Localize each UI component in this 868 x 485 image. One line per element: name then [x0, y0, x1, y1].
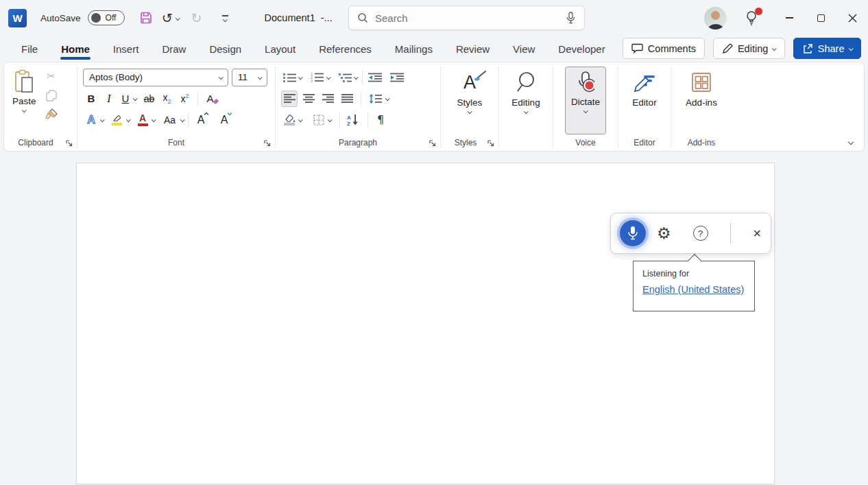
share-button[interactable]: Share — [793, 38, 861, 59]
undo-button[interactable]: ↺ — [160, 8, 181, 28]
line-spacing-button[interactable] — [367, 91, 383, 107]
whats-new-button[interactable] — [745, 10, 758, 26]
shrink-font-button[interactable]: A — [216, 112, 232, 128]
titlebar-right-cluster — [704, 0, 868, 36]
language-link[interactable]: English (United States) — [642, 284, 744, 295]
dictation-help-button[interactable]: ? — [693, 226, 708, 241]
close-button[interactable] — [836, 0, 868, 36]
underline-dropdown-icon[interactable] — [133, 96, 137, 100]
collapse-ribbon-icon[interactable] — [848, 139, 854, 145]
search-box[interactable] — [348, 5, 585, 30]
comment-icon — [631, 43, 643, 54]
tab-mailings[interactable]: Mailings — [383, 39, 444, 59]
increase-indent-button[interactable] — [389, 69, 405, 86]
undo-dropdown-icon[interactable] — [176, 16, 180, 20]
highlight-button[interactable] — [109, 112, 125, 128]
multilevel-list-button[interactable] — [337, 69, 353, 86]
comments-button[interactable]: Comments — [623, 38, 705, 59]
save-button[interactable] — [136, 8, 156, 28]
document-page[interactable] — [76, 163, 775, 484]
search-mic-icon[interactable] — [566, 12, 576, 25]
dictate-button[interactable]: Dictate — [565, 67, 606, 134]
paste-button[interactable]: Paste — [7, 67, 42, 134]
align-center-button[interactable] — [300, 91, 317, 107]
editor-button[interactable]: Editor — [627, 67, 662, 134]
clipboard-dialog-launcher[interactable] — [65, 139, 73, 147]
customize-quick-access-button[interactable] — [215, 8, 236, 28]
tab-review[interactable]: Review — [444, 39, 501, 59]
font-size-combo[interactable]: 11 — [232, 69, 267, 86]
clear-formatting-button[interactable]: A — [202, 91, 219, 107]
show-hide-marks-button[interactable]: ¶ — [372, 112, 389, 128]
addins-button[interactable]: Add-ins — [680, 67, 723, 134]
editing-button[interactable]: Editing — [506, 67, 545, 134]
tab-references[interactable]: References — [307, 39, 383, 59]
close-icon — [848, 14, 857, 23]
subscript-button[interactable]: x2 — [159, 91, 176, 107]
question-mark-icon: ? — [698, 228, 703, 239]
font-color-dropdown-icon[interactable] — [152, 117, 156, 121]
shading-dropdown-icon[interactable] — [298, 117, 302, 121]
superscript-button[interactable]: x2 — [177, 91, 193, 107]
italic-button[interactable]: I — [101, 91, 117, 107]
grow-font-button[interactable]: A — [193, 112, 209, 128]
sort-button[interactable]: AZ — [344, 112, 361, 128]
bullets-button[interactable] — [281, 69, 298, 86]
text-effects-button[interactable]: A — [83, 112, 99, 128]
tab-file[interactable]: File — [10, 39, 49, 59]
multilevel-dropdown-icon[interactable] — [354, 75, 358, 79]
font-color-button[interactable]: A — [134, 112, 151, 128]
change-case-dropdown-icon[interactable] — [180, 117, 184, 121]
bold-button[interactable]: B — [83, 91, 99, 107]
font-name-combo[interactable]: Aptos (Body) — [83, 69, 228, 86]
bullets-dropdown-icon[interactable] — [298, 75, 302, 79]
paste-dropdown-icon[interactable] — [22, 108, 26, 112]
word-logo[interactable]: W — [8, 9, 27, 27]
borders-button[interactable] — [311, 112, 327, 128]
tab-developer[interactable]: Developer — [546, 39, 616, 59]
tab-design[interactable]: Design — [197, 39, 253, 59]
line-spacing-dropdown-icon[interactable] — [385, 96, 389, 100]
dictation-mic-button[interactable] — [620, 220, 646, 246]
dictation-close-button[interactable]: ✕ — [753, 227, 762, 240]
copy-button[interactable] — [43, 87, 60, 104]
styles-dropdown-icon[interactable] — [468, 109, 472, 113]
format-painter-button[interactable] — [43, 106, 60, 123]
underline-button[interactable]: U — [119, 91, 132, 107]
text-effects-dropdown-icon[interactable] — [100, 117, 104, 121]
search-input[interactable] — [375, 12, 566, 24]
justify-button[interactable] — [339, 91, 355, 107]
numbering-button[interactable]: 123 — [309, 69, 326, 86]
align-center-icon — [303, 94, 315, 103]
tab-view[interactable]: View — [501, 39, 546, 59]
highlight-dropdown-icon[interactable] — [126, 117, 130, 121]
cut-button[interactable]: ✂ — [43, 68, 60, 84]
change-case-button[interactable]: Aa — [160, 112, 180, 128]
redo-button[interactable]: ↻ — [186, 8, 207, 28]
styles-button[interactable]: A Styles — [452, 67, 488, 134]
tab-home[interactable]: Home — [49, 39, 101, 59]
maximize-button[interactable] — [805, 0, 836, 36]
align-right-button[interactable] — [320, 91, 336, 107]
minimize-button[interactable] — [773, 0, 805, 36]
chevron-down-icon — [849, 46, 853, 50]
font-dialog-launcher[interactable] — [263, 139, 271, 147]
numbering-dropdown-icon[interactable] — [326, 75, 330, 79]
dictation-settings-button[interactable]: ⚙ — [657, 226, 671, 241]
borders-dropdown-icon[interactable] — [328, 117, 332, 121]
styles-dialog-launcher[interactable] — [487, 139, 494, 147]
editing-dropdown-icon[interactable] — [524, 109, 528, 113]
decrease-indent-button[interactable] — [367, 69, 383, 86]
autosave-toggle[interactable]: Off — [88, 10, 125, 25]
editing-mode-label: Editing — [738, 43, 768, 54]
tab-draw[interactable]: Draw — [150, 39, 197, 59]
strikethrough-button[interactable]: ab — [141, 91, 158, 107]
dictate-dropdown-icon[interactable] — [583, 108, 588, 113]
editing-mode-button[interactable]: Editing — [713, 38, 785, 59]
avatar[interactable] — [704, 7, 727, 29]
shading-button[interactable] — [281, 112, 298, 128]
align-left-button[interactable] — [281, 91, 298, 107]
tab-layout[interactable]: Layout — [253, 39, 307, 59]
share-label: Share — [818, 43, 845, 54]
tab-insert[interactable]: Insert — [101, 39, 151, 59]
